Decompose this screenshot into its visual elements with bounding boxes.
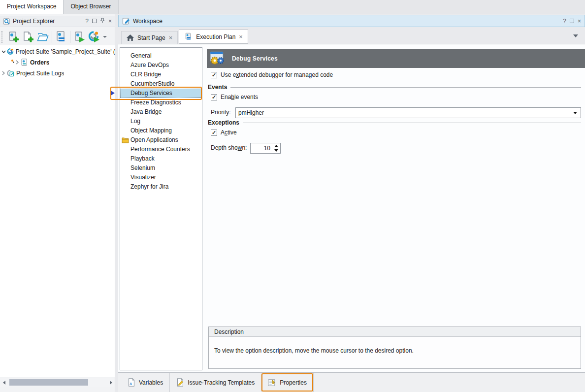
close-tab-icon[interactable]: × (239, 34, 243, 40)
add-project-suite-icon (7, 31, 20, 43)
combobox-value: pmHigher (238, 109, 264, 116)
run-dropdown-caret[interactable] (103, 36, 107, 38)
add-new-item-button[interactable] (21, 30, 35, 44)
use-extended-debugger-checkbox[interactable]: Use extended debugger for managed code (211, 71, 333, 78)
tab-issue-tracking-templates[interactable]: Issue-Tracking Templates (170, 373, 261, 392)
project-suite-logs-icon (7, 69, 14, 77)
option-item-object-mapping[interactable]: Object Mapping (120, 126, 202, 135)
group-label: Exceptions (208, 119, 239, 126)
options-category-list: General Azure DevOps CLR Bridge Cucumber… (120, 47, 202, 370)
checkbox-checked-icon[interactable] (211, 130, 217, 136)
maximize-icon (92, 19, 97, 23)
home-icon (127, 34, 134, 41)
chevron-down-icon[interactable] (573, 112, 577, 114)
option-item-debug-services[interactable]: Debug Services (120, 89, 202, 98)
tab-variables[interactable]: x Variables (121, 373, 170, 392)
execution-plan-icon (184, 33, 193, 41)
tree-item-label: Project Suite 'Sample_Project_Suite' (1 … (16, 48, 115, 55)
scrollbar-thumb[interactable] (9, 379, 88, 386)
help-button[interactable]: ? (563, 18, 566, 25)
scroll-right-button[interactable] (107, 378, 114, 387)
option-item-general[interactable]: General (120, 51, 202, 61)
workspace-tab-strip: Start Page × Execution Plan × (118, 30, 585, 44)
spin-up-icon[interactable] (274, 145, 278, 147)
option-item-selenium[interactable]: Selenium (120, 163, 202, 173)
add-new-item-icon (22, 31, 34, 43)
priority-combobox[interactable]: pmHigher (235, 107, 581, 118)
workspace-icon (122, 17, 130, 25)
option-item-open-applications[interactable]: Open Applications (120, 135, 202, 145)
option-item-cucumberstudio[interactable]: CucumberStudio (120, 79, 202, 89)
option-item-performance-counters[interactable]: Performance Counters (120, 145, 202, 154)
current-item-arrow-icon (111, 91, 115, 96)
description-text: To view the option description, move the… (209, 337, 581, 354)
tree-item-orders[interactable]: Orders (0, 58, 115, 67)
issue-tracking-icon (176, 378, 184, 387)
tab-execution-plan[interactable]: Execution Plan × (179, 30, 248, 44)
toolbar-grip[interactable] (1, 31, 4, 43)
project-explorer-toolbar (0, 29, 115, 45)
checkbox-label: Enable events (221, 94, 258, 100)
tree-item-project-suite[interactable]: Project Suite 'Sample_Project_Suite' (1 … (0, 47, 115, 56)
checkbox-checked-icon[interactable] (211, 94, 217, 100)
organize-test-items-button[interactable] (54, 30, 68, 44)
priority-label: Priority: (211, 109, 231, 116)
workspace-content: General Azure DevOps CLR Bridge Cucumber… (118, 44, 585, 372)
horizontal-scrollbar[interactable] (0, 378, 114, 387)
option-item-java-bridge[interactable]: Java Bridge (120, 107, 202, 117)
tab-list-dropdown-icon[interactable] (573, 34, 578, 37)
organize-test-items-icon (55, 31, 67, 43)
tab-start-page[interactable]: Start Page × (121, 31, 178, 44)
chevron-down-icon[interactable] (0, 50, 7, 53)
option-item-log[interactable]: Log (120, 117, 202, 126)
option-item-playback[interactable]: Playback (120, 154, 202, 163)
option-item-clr-bridge[interactable]: CLR Bridge (120, 70, 202, 79)
run-project-button[interactable] (72, 30, 87, 44)
debug-services-properties: Debug Services Use extended debugger for… (206, 44, 585, 372)
tree-item-label: Project Suite Logs (16, 70, 64, 77)
tree-item-project-suite-logs[interactable]: Project Suite Logs (0, 68, 115, 78)
close-button[interactable]: × (578, 18, 581, 25)
project-explorer-panel: Project Explorer ? × (0, 14, 115, 392)
option-item-visualizer[interactable]: Visualizer (120, 173, 202, 182)
open-file-icon (36, 31, 49, 43)
project-explorer-tree: Project Suite 'Sample_Project_Suite' (1 … (0, 45, 115, 377)
svg-text:x: x (129, 381, 132, 386)
project-explorer-header: Project Explorer ? × (0, 16, 115, 27)
description-panel: Description To view the option descripti… (208, 327, 581, 369)
toolbar-separator (52, 31, 52, 43)
close-button[interactable]: × (108, 18, 112, 25)
option-item-azure-devops[interactable]: Azure DevOps (120, 61, 202, 70)
add-project-suite-button[interactable] (6, 30, 21, 44)
tab-project-workspace[interactable]: Project Workspace (0, 0, 64, 14)
option-item-zephyr-for-jira[interactable]: Zephyr for Jira (120, 182, 202, 192)
tab-label: Variables (139, 379, 163, 386)
close-tab-icon[interactable]: × (169, 35, 173, 41)
panel-title: Project Explorer (13, 18, 83, 25)
project-suite-icon (7, 48, 14, 55)
spinner-value: 10 (264, 145, 270, 152)
tab-properties[interactable]: Properties (261, 373, 314, 392)
option-item-freeze-diagnostics[interactable]: Freeze Diagnostics (120, 98, 202, 107)
project-explorer-icon (3, 18, 10, 25)
chevron-right-icon[interactable] (2, 60, 21, 65)
open-file-button[interactable] (35, 30, 50, 44)
maximize-button[interactable] (92, 18, 97, 25)
pin-button[interactable] (100, 18, 105, 25)
scroll-left-button[interactable] (0, 378, 7, 387)
enable-events-checkbox[interactable]: Enable events (211, 94, 258, 100)
tree-item-label: Orders (30, 59, 49, 66)
bottom-tab-strip: x Variables Issue-Tracking Templates Pro… (118, 372, 585, 392)
help-button[interactable]: ? (85, 18, 89, 25)
maximize-button[interactable] (570, 18, 574, 25)
tab-object-browser[interactable]: Object Browser (64, 0, 118, 14)
tab-label: Execution Plan (196, 33, 235, 40)
tab-label: Properties (280, 379, 307, 386)
chevron-right-icon[interactable] (0, 71, 7, 75)
scroll-left-icon (3, 381, 5, 385)
active-checkbox[interactable]: Active (211, 129, 237, 136)
run-project-suite-button[interactable] (87, 30, 101, 44)
spin-down-icon[interactable] (274, 149, 278, 152)
checkbox-checked-icon[interactable] (211, 72, 217, 78)
depth-shown-spinner[interactable]: 10 (250, 143, 281, 154)
